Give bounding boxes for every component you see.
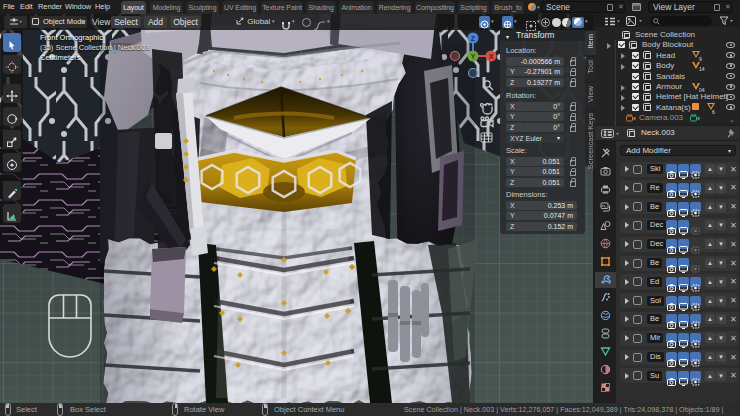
svg-text:Z: Z [471,35,476,42]
svg-text:Y: Y [471,53,476,60]
svg-text:X: X [489,53,494,60]
